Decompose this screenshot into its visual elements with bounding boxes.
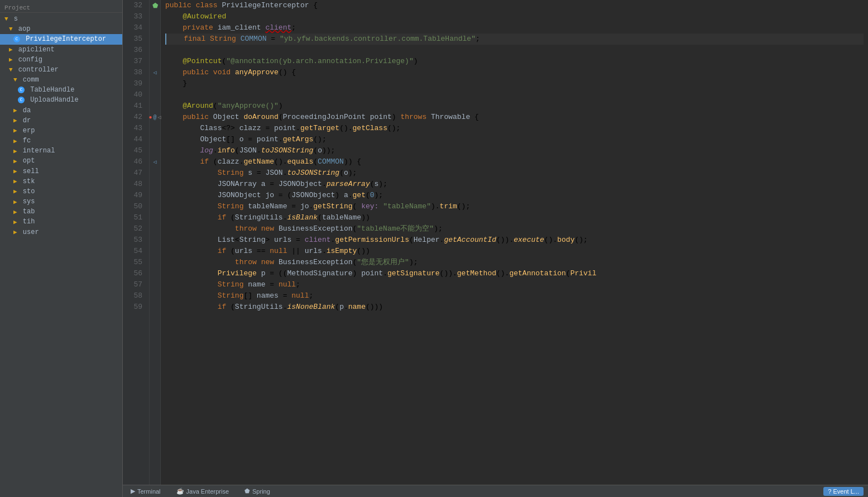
bottom-bar: ▶ Terminal ☕ Java Enterprise ⬟ Spring ? … — [123, 485, 868, 497]
gutter-44 — [150, 134, 160, 145]
line-56: 56 — [127, 268, 145, 279]
folder-open-icon: ▼ — [9, 66, 13, 73]
sidebar-item-stk[interactable]: ▶ stk — [0, 176, 122, 187]
gutter-54 — [150, 246, 160, 257]
line-39: 39 — [127, 78, 145, 89]
sidebar-item-tih[interactable]: ▶ tih — [0, 217, 122, 227]
line-57: 57 — [127, 279, 145, 290]
gutter-42: ● @ ◁ — [150, 112, 160, 123]
gutter-35 — [150, 34, 160, 45]
sidebar-item-internal[interactable]: ▶ internal — [0, 146, 122, 156]
gutter-41 — [150, 101, 160, 112]
code-line-48: JSONArray a = JSONObject.parseArray(s); — [165, 179, 864, 190]
gutter-37 — [150, 56, 160, 67]
code-line-41: @Around("anyApprove()") — [165, 101, 864, 112]
code-line-52: throw new BusinessException("tableName不能… — [165, 223, 864, 235]
line-43: 43 — [127, 123, 145, 134]
sidebar-item-erp[interactable]: ▶ erp — [0, 126, 122, 136]
gutter-36 — [150, 45, 160, 56]
code-line-44: Object[] o = point.getArgs(); — [165, 134, 864, 145]
sidebar-item-tablehandle[interactable]: C TableHandle — [0, 85, 122, 95]
line-50: 50 — [127, 201, 145, 212]
code-line-36 — [165, 45, 864, 56]
bookmark-icon: @ — [153, 114, 156, 121]
java-enterprise-button[interactable]: ☕ Java Enterprise — [173, 486, 232, 496]
gutter-57 — [150, 279, 160, 290]
file-tree[interactable]: Project ▼ s ▼ aop C PrivilegeInterceptor… — [0, 0, 123, 497]
code-lines[interactable]: public class PrivilegeInterceptor { @Aut… — [161, 0, 868, 485]
gutter-55 — [150, 257, 160, 268]
folder-closed-icon: ▶ — [9, 56, 13, 63]
folder-open-icon: ▼ — [13, 77, 17, 83]
folder-closed-icon: ▶ — [13, 188, 17, 195]
code-line-38: public void anyApprove() { — [165, 67, 864, 78]
gutter-46[interactable]: ◁ — [150, 156, 160, 168]
line-47: 47 — [127, 168, 145, 179]
gutter-52 — [150, 223, 160, 235]
sidebar-item-dr[interactable]: ▶ dr — [0, 116, 122, 126]
code-line-47: String s = JSON.toJSONString(o); — [165, 168, 864, 179]
gutter-50 — [150, 201, 160, 212]
folder-closed-icon: ▶ — [13, 199, 17, 206]
sidebar-item-sell[interactable]: ▶ sell — [0, 166, 122, 176]
gutter-43 — [150, 123, 160, 134]
sidebar-item-da[interactable]: ▶ da — [0, 106, 122, 116]
sidebar-item-yfw-backends[interactable]: ▼ s — [0, 14, 122, 24]
sidebar-item-user[interactable]: ▶ user — [0, 227, 122, 237]
line-55: 55 — [127, 257, 145, 268]
folder-closed-icon: ▶ — [13, 107, 17, 114]
code-line-50: String tableName = jo.getString( key: "t… — [165, 201, 864, 212]
code-line-42: public Object doAround(ProceedingJoinPoi… — [165, 112, 864, 123]
code-line-57: String name = null; — [165, 279, 864, 290]
code-line-58: String[] names = null; — [165, 290, 864, 302]
class-icon: C — [18, 97, 25, 103]
folder-closed-icon: ▶ — [13, 178, 17, 185]
event-log-button[interactable]: ? Event L... — [823, 487, 864, 496]
folder-open-icon: ▼ — [9, 26, 13, 32]
gutter-38[interactable]: ◁ — [150, 67, 160, 78]
sidebar-item-controller[interactable]: ▼ controller — [0, 65, 122, 75]
sidebar-item-privilegeinterceptor[interactable]: C PrivilegeInterceptor — [0, 34, 122, 44]
spring-button[interactable]: ⬟ Spring — [241, 486, 274, 496]
gutter-39 — [150, 78, 160, 89]
sidebar-item-tab[interactable]: ▶ tab — [0, 207, 122, 217]
sidebar-item-sto[interactable]: ▶ sto — [0, 187, 122, 197]
spring-icon: ⬟ — [244, 488, 250, 495]
line-38: 38 — [127, 67, 145, 78]
folder-closed-icon: ▶ — [13, 127, 17, 134]
folder-closed-icon: ▶ — [13, 158, 17, 165]
debug-icon: ● — [148, 114, 152, 121]
folder-open-icon: ▼ — [4, 16, 8, 22]
gutter-53 — [150, 235, 160, 246]
code-line-37: @Pointcut("@annotation(yb.arch.annotatio… — [165, 56, 864, 67]
line-37: 37 — [127, 56, 145, 67]
line-44: 44 — [127, 134, 145, 145]
code-line-54: if (urls == null || urls.isEmpty()) — [165, 246, 864, 257]
sidebar-item-uploadhandle[interactable]: C UploadHandle — [0, 95, 122, 105]
line-49: 49 — [127, 190, 145, 201]
line-54: 54 — [127, 246, 145, 257]
code-editor[interactable]: 32 33 34 35 36 37 38 39 40 41 42 43 44 4… — [123, 0, 868, 485]
gutter-59 — [150, 302, 160, 313]
sidebar-item-aop[interactable]: ▼ aop — [0, 24, 122, 34]
line-52: 52 — [127, 223, 145, 235]
terminal-button[interactable]: ▶ Terminal — [127, 486, 164, 496]
gutter-32: ⬟ — [150, 0, 160, 11]
sidebar-item-comm[interactable]: ▼ comm — [0, 75, 122, 85]
code-line-55: throw new BusinessException("您是无权用户"); — [165, 257, 864, 268]
line-45: 45 — [127, 145, 145, 156]
sidebar-item-opt[interactable]: ▶ opt — [0, 156, 122, 166]
class-icon: C — [18, 87, 25, 93]
line-34: 34 — [127, 22, 145, 34]
code-line-33: @Autowired — [165, 11, 864, 22]
folder-closed-icon: ▶ — [13, 219, 17, 226]
line-46: 46 — [127, 156, 145, 168]
code-line-56: Privilege p = ((MethodSignature) point.g… — [165, 268, 864, 279]
folder-closed-icon: ▶ — [13, 117, 17, 124]
sidebar-item-config[interactable]: ▶ config — [0, 55, 122, 65]
sidebar-item-apiclient[interactable]: ▶ apiclient — [0, 45, 122, 55]
spring-icon: ⬟ — [152, 2, 158, 10]
sidebar-item-sys[interactable]: ▶ sys — [0, 197, 122, 207]
sidebar-item-fc[interactable]: ▶ fc — [0, 136, 122, 146]
line-42: 42 — [127, 112, 145, 123]
